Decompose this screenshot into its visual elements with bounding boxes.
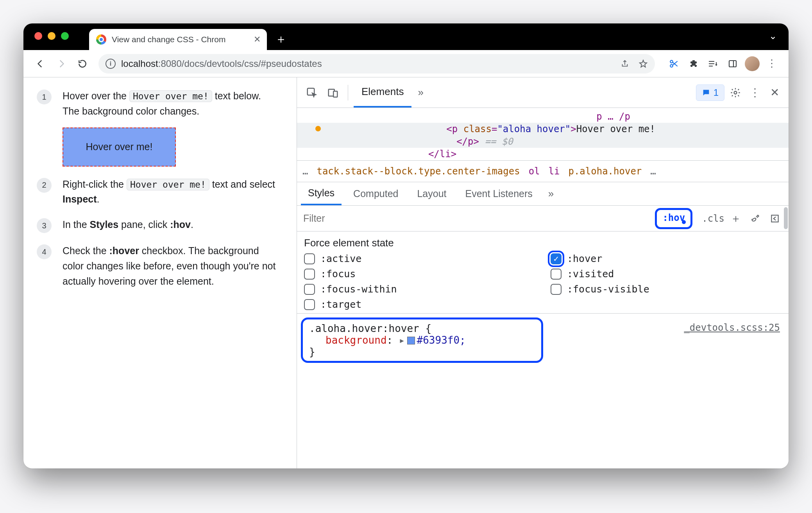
toggle-cls-button[interactable]: .cls bbox=[702, 213, 724, 224]
reload-button[interactable] bbox=[73, 55, 91, 73]
browser-toolbar: i localhost:8080/docs/devtools/css/#pseu… bbox=[23, 50, 789, 77]
svg-rect-7 bbox=[771, 215, 778, 222]
forward-button[interactable] bbox=[52, 55, 70, 73]
inline-code: Hover over me! bbox=[129, 90, 212, 102]
close-window-button[interactable] bbox=[34, 32, 42, 40]
share-icon[interactable] bbox=[621, 59, 629, 68]
new-style-rule-icon[interactable]: ＋ bbox=[728, 211, 744, 226]
color-swatch-icon[interactable] bbox=[407, 337, 415, 344]
breadcrumb-overflow-icon[interactable]: … bbox=[302, 166, 308, 177]
svg-point-6 bbox=[734, 91, 737, 94]
step-2: 2 Right-click the Hover over me! text an… bbox=[37, 177, 279, 207]
styles-sidebar-tabs: Styles Computed Layout Event Listeners » bbox=[297, 182, 789, 206]
state-visited[interactable]: :visited bbox=[551, 268, 782, 280]
settings-gear-icon[interactable] bbox=[727, 84, 744, 101]
checkbox-checked-icon bbox=[551, 253, 562, 264]
minimize-window-button[interactable] bbox=[48, 32, 55, 40]
tab-strip: View and change CSS - Chrom ✕ ＋ ⌄ bbox=[23, 23, 789, 50]
content-area: 1 Hover over the Hover over me! text bel… bbox=[23, 77, 789, 468]
tab-elements[interactable]: Elements bbox=[354, 77, 411, 108]
force-state-panel: Force element state :active :hover :focu… bbox=[297, 231, 789, 314]
more-tabs-chevron-icon[interactable]: » bbox=[414, 86, 427, 99]
devtools-panel: Elements » 1 ⋮ ✕ p … /p bbox=[297, 77, 789, 468]
tab-styles[interactable]: Styles bbox=[301, 182, 342, 205]
close-devtools-icon[interactable]: ✕ bbox=[766, 84, 783, 101]
rule-selector[interactable]: .aloha.hover:hover { bbox=[309, 323, 535, 334]
profile-avatar[interactable] bbox=[743, 55, 761, 73]
dom-breadcrumb[interactable]: … tack.stack--block.type.center-images o… bbox=[297, 160, 789, 182]
styles-filter-input[interactable] bbox=[302, 212, 652, 224]
step-4: 4 Check the :hover checkbox. The backgro… bbox=[37, 243, 279, 289]
inspect-element-icon[interactable] bbox=[302, 83, 321, 102]
devtools-menu-icon[interactable]: ⋮ bbox=[746, 84, 764, 101]
window-controls bbox=[34, 32, 69, 40]
toggle-pseudo-hov-button[interactable]: :hov bbox=[655, 208, 692, 229]
side-panel-icon[interactable] bbox=[724, 55, 742, 73]
state-focus-within[interactable]: :focus-within bbox=[304, 283, 535, 295]
state-target[interactable]: :target bbox=[304, 299, 535, 310]
browser-window: View and change CSS - Chrom ✕ ＋ ⌄ i loca… bbox=[23, 23, 789, 468]
url-text: localhost:8080/docs/devtools/css/#pseudo… bbox=[121, 58, 322, 69]
hover-demo-element[interactable]: Hover over me! bbox=[63, 127, 176, 167]
force-state-title: Force element state bbox=[304, 237, 782, 249]
expand-shorthand-icon[interactable]: ▸ bbox=[399, 334, 405, 346]
address-bar[interactable]: i localhost:8080/docs/devtools/css/#pseu… bbox=[98, 54, 655, 74]
computed-toggle-icon[interactable] bbox=[767, 213, 783, 224]
step-1: 1 Hover over the Hover over me! text bel… bbox=[37, 88, 279, 167]
dom-tree[interactable]: p … /p <p class="aloha hover">Hover over… bbox=[297, 108, 789, 160]
devtools-toolbar: Elements » 1 ⋮ ✕ bbox=[297, 77, 789, 108]
issues-counter[interactable]: 1 bbox=[696, 84, 724, 101]
back-button[interactable] bbox=[31, 55, 49, 73]
scrollbar-thumb[interactable] bbox=[784, 207, 788, 229]
scissors-icon[interactable] bbox=[665, 55, 683, 73]
styles-filter-row: :hov .cls ＋ bbox=[297, 206, 789, 231]
new-tab-button[interactable]: ＋ bbox=[272, 30, 290, 48]
close-tab-icon[interactable]: ✕ bbox=[254, 34, 261, 45]
chrome-menu-button[interactable]: ⋮ bbox=[763, 55, 781, 73]
tab-layout[interactable]: Layout bbox=[410, 182, 453, 205]
tab-computed[interactable]: Computed bbox=[346, 182, 405, 205]
tab-list-chevron-icon[interactable]: ⌄ bbox=[769, 30, 777, 41]
forced-state-indicator-icon bbox=[315, 126, 321, 131]
extensions-icon[interactable] bbox=[685, 55, 703, 73]
state-focus[interactable]: :focus bbox=[304, 268, 535, 280]
zoom-window-button[interactable] bbox=[61, 32, 69, 40]
rule-source-link[interactable]: _devtools.scss:25 bbox=[684, 322, 780, 333]
more-sidebar-tabs-icon[interactable]: » bbox=[544, 188, 558, 200]
state-focus-visible[interactable]: :focus-visible bbox=[551, 283, 782, 295]
step-bullet: 1 bbox=[37, 90, 52, 104]
step-3: 3 In the Styles pane, click :hov. bbox=[37, 217, 279, 233]
device-toggle-icon[interactable] bbox=[324, 83, 342, 102]
chrome-favicon-icon bbox=[96, 34, 106, 45]
reading-list-icon[interactable] bbox=[704, 55, 722, 73]
state-active[interactable]: :active bbox=[304, 253, 535, 264]
bookmark-star-icon[interactable] bbox=[639, 59, 648, 68]
browser-tab[interactable]: View and change CSS - Chrom ✕ bbox=[89, 29, 267, 50]
tab-event-listeners[interactable]: Event Listeners bbox=[458, 182, 540, 205]
tab-title: View and change CSS - Chrom bbox=[112, 35, 248, 44]
svg-rect-5 bbox=[333, 91, 337, 97]
svg-rect-2 bbox=[729, 61, 736, 67]
css-rule-highlight[interactable]: .aloha.hover:hover { background: ▸#6393f… bbox=[301, 317, 543, 363]
paint-brush-icon[interactable] bbox=[747, 213, 764, 224]
page-content: 1 Hover over the Hover over me! text bel… bbox=[23, 77, 297, 468]
state-hover[interactable]: :hover bbox=[551, 253, 782, 264]
site-info-icon[interactable]: i bbox=[106, 59, 116, 69]
